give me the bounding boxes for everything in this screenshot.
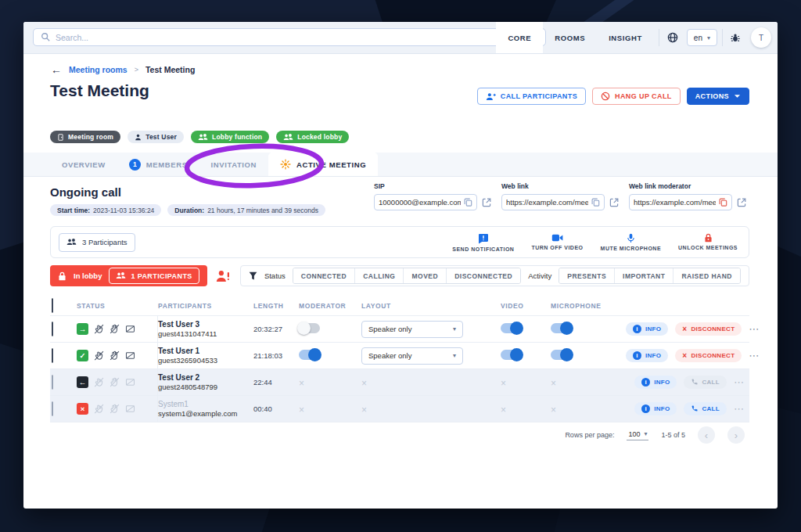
actions-button[interactable]: ACTIONS — [687, 88, 749, 105]
participant-name: Test User 2 — [158, 372, 253, 383]
phone-icon — [691, 379, 698, 386]
search-input[interactable]: Search... — [33, 28, 546, 46]
lobby-participants-button[interactable]: 1 PARTICIPANTS — [109, 268, 199, 284]
rows-per-page-label: Rows per page: — [565, 431, 614, 439]
tab-active-meeting[interactable]: ACTIVE MEETING — [268, 153, 378, 176]
copy-icon — [464, 198, 472, 207]
user-avatar[interactable]: T — [751, 27, 771, 48]
divider — [659, 29, 659, 46]
filter-connected[interactable]: CONNECTED — [293, 268, 354, 283]
moderator-toggle[interactable] — [299, 323, 320, 333]
video-toggle[interactable] — [501, 323, 522, 333]
status-filter-group: CONNECTEDCALLINGMOVEDDISCONNECTED — [293, 268, 521, 284]
desktop-background: Search... COREROOMSINSIGHT en ▾ T ← Meet… — [0, 0, 801, 532]
microphone-toggle[interactable] — [551, 350, 572, 360]
info-icon: i — [633, 351, 641, 360]
no-raised-hand-icon — [110, 324, 120, 334]
door-icon — [57, 134, 64, 141]
bug-icon[interactable] — [727, 33, 743, 42]
more-options-button[interactable]: ⋯ — [749, 350, 760, 361]
field-value-box[interactable]: https://example.com/meet — [501, 194, 605, 210]
length-cell: 21:18:03 — [253, 351, 299, 360]
notification-icon — [478, 233, 489, 244]
turn-off-video-button[interactable]: TURN OFF VIDEO — [531, 233, 583, 252]
not-available-mark: × — [551, 378, 556, 389]
disconnect-button[interactable]: ×DISCONNECT — [675, 322, 742, 336]
more-options-button[interactable]: ⋯ — [749, 323, 760, 335]
tab-overview[interactable]: OVERVIEW — [50, 153, 117, 176]
breadcrumb-link[interactable]: Meeting rooms — [69, 65, 128, 74]
info-button[interactable]: iINFO — [626, 349, 668, 362]
lobby-filter-row: In lobby 1 PARTICIPANTS StatusCONNECTEDC… — [50, 265, 749, 286]
back-arrow-icon[interactable]: ← — [51, 64, 62, 75]
ongoing-call-title: Ongoing call — [50, 185, 121, 199]
badge-meeting-room: Meeting room — [50, 131, 120, 143]
microphone-toggle[interactable] — [551, 323, 572, 333]
badge-lobby-function: Lobby function — [191, 131, 269, 143]
filter-disconnected[interactable]: DISCONNECTED — [446, 268, 520, 283]
more-options-button[interactable]: ⋯ — [734, 376, 745, 388]
disconnect-button[interactable]: ×DISCONNECT — [675, 349, 742, 362]
no-presentation-icon — [125, 404, 135, 414]
layout-select[interactable]: Speaker only▾ — [361, 321, 463, 338]
tab-invitation[interactable]: INVITATION — [199, 153, 268, 176]
video-cell — [501, 322, 551, 336]
call-button[interactable]: CALL — [684, 376, 727, 389]
mute-microphone-button[interactable]: MUTE MICROPHONE — [601, 233, 662, 252]
info-button[interactable]: iINFO — [626, 322, 668, 336]
filter-presents[interactable]: PRESENTS — [559, 268, 614, 283]
row-checkbox[interactable] — [52, 322, 53, 336]
moderator-cell: × — [299, 376, 361, 390]
no-raised-hand-icon — [110, 404, 120, 414]
info-button[interactable]: iINFO — [634, 402, 677, 415]
next-page-button[interactable]: › — [727, 426, 745, 444]
person-alert-icon[interactable] — [215, 270, 231, 282]
row-checkbox[interactable] — [52, 401, 53, 416]
column-header-status: STATUS — [77, 302, 158, 310]
tab-members[interactable]: 1MEMBERS — [117, 153, 199, 176]
filter-calling[interactable]: CALLING — [354, 268, 403, 283]
filter-raised-hand[interactable]: RAISED HAND — [673, 268, 740, 283]
topnav-insight[interactable]: INSIGHT — [597, 22, 654, 53]
column-header-moderator: MODERATOR — [299, 302, 361, 310]
table-row: →Test User 3guest413104741120:32:27Speak… — [50, 316, 749, 343]
field-value-box[interactable]: 10000000@example.com — [374, 194, 477, 210]
pagination: Rows per page: 100 ▾ 1-5 of 5 ‹ › — [565, 426, 745, 444]
field-value-box[interactable]: https://example.com/meet — [629, 194, 732, 210]
field-label: SIP — [374, 182, 491, 190]
chevron-down-icon: ▾ — [644, 430, 647, 437]
page-title: Test Meeting — [50, 81, 149, 100]
moderator-toggle[interactable] — [299, 350, 320, 360]
video-cell: × — [501, 376, 551, 390]
call-participants-button[interactable]: CALL PARTICIPANTS — [477, 88, 586, 105]
language-select[interactable]: en ▾ — [687, 29, 717, 46]
no-presentation-icon — [125, 350, 135, 361]
topnav-core[interactable]: CORE — [496, 22, 543, 53]
more-options-button[interactable]: ⋯ — [734, 403, 745, 415]
hang-up-call-button[interactable]: HANG UP CALL — [592, 88, 681, 105]
globe-icon[interactable] — [664, 32, 681, 43]
participants-count-button[interactable]: 3 Participants — [59, 233, 135, 252]
rows-per-page-select[interactable]: 100 ▾ — [627, 430, 648, 440]
filter-moved[interactable]: MOVED — [403, 268, 446, 283]
participant-cell: Test User 2guest2480548799 — [158, 372, 253, 392]
layout-cell: Speaker only▾ — [361, 347, 501, 365]
call-button[interactable]: CALL — [684, 402, 727, 415]
row-checkbox-cell — [50, 349, 77, 363]
previous-page-button[interactable]: ‹ — [698, 426, 715, 444]
toolbar-action-label: MUTE MICROPHONE — [601, 246, 662, 251]
info-button[interactable]: iINFO — [634, 376, 677, 389]
topnav-rooms[interactable]: ROOMS — [543, 22, 597, 53]
chevron-down-icon — [734, 94, 741, 99]
status-enter-icon: → — [77, 323, 88, 335]
row-checkbox[interactable] — [52, 348, 53, 363]
layout-select[interactable]: Speaker only▾ — [361, 347, 463, 365]
select-all-checkbox[interactable] — [52, 298, 53, 313]
unlock-meetings-button[interactable]: UNLOCK MEETINGS — [678, 233, 738, 252]
filter-bar: StatusCONNECTEDCALLINGMOVEDDISCONNECTEDA… — [240, 265, 749, 286]
row-checkbox[interactable] — [52, 375, 53, 390]
status-cell: × — [77, 396, 158, 422]
send-notification-button[interactable]: SEND NOTIFICATION — [452, 233, 514, 252]
video-toggle[interactable] — [501, 350, 522, 360]
filter-important[interactable]: IMPORTANT — [614, 268, 673, 283]
